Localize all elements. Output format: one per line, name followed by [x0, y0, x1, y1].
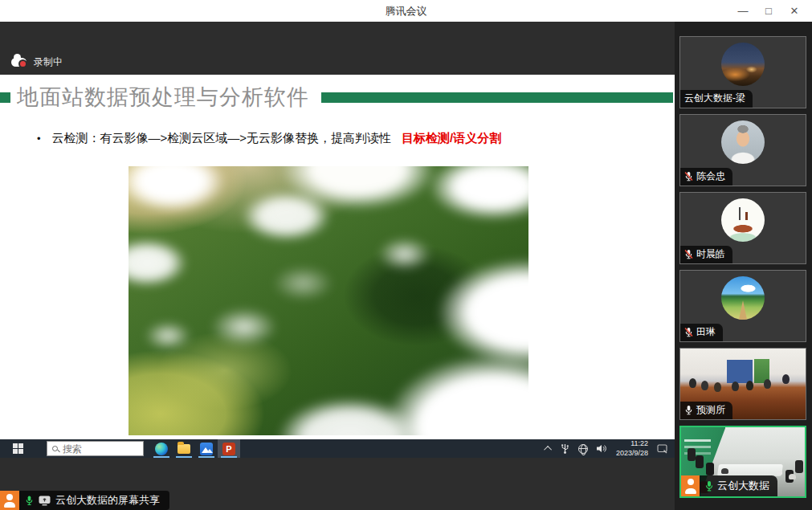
start-button[interactable] — [0, 439, 36, 458]
host-badge-person-icon — [681, 475, 700, 496]
speaker-icon[interactable] — [597, 444, 607, 453]
sharer-badge-person-icon — [0, 491, 19, 510]
language-globe-icon[interactable] — [578, 444, 588, 454]
monitor-tray-icon[interactable] — [657, 444, 668, 454]
participant-name-chip: 田琳 — [680, 324, 723, 341]
tray-date: 2023/9/28 — [616, 449, 648, 458]
avatar-person-photo — [721, 120, 765, 164]
participant-name: 云创大数据 — [717, 479, 769, 493]
folder-icon — [177, 444, 190, 454]
close-button[interactable]: ✕ — [781, 0, 807, 22]
wall-screen-blue — [727, 360, 753, 383]
mic-active-icon — [25, 495, 34, 506]
participant-tile-yunchuang-active[interactable]: 云创大数据 — [679, 426, 806, 498]
meeting-table — [717, 464, 783, 476]
bullet-highlight-text: 目标检测/语义分割 — [402, 131, 501, 146]
file-explorer-button[interactable] — [173, 439, 195, 458]
bullet-text: 云检测：有云影像—>检测云区域—>无云影像替换，提高判读性 — [52, 131, 392, 146]
tray-clock[interactable]: 11:22 2023/9/28 — [616, 439, 648, 458]
edge-app-button[interactable] — [150, 439, 173, 458]
participant-name-chip: 预测所 — [680, 402, 732, 419]
share-banner-text: 云创大数据的屏幕共享 — [55, 493, 160, 508]
participant-name: 预测所 — [696, 403, 725, 417]
avatar-boat-illustration — [721, 198, 765, 242]
bullet-marker: • — [37, 133, 41, 145]
mic-muted-icon — [684, 249, 693, 259]
minimize-button[interactable]: — — [730, 0, 756, 22]
search-icon — [52, 446, 58, 451]
tencent-meeting-window: 腾讯会议 — □ ✕ 录制中 地面站数据预处理与分析软件 • 云检测：有云影像—… — [0, 0, 812, 510]
participant-name: 时晨皓 — [696, 247, 725, 261]
edge-icon — [155, 443, 168, 455]
window-titlebar: 腾讯会议 — □ ✕ — [0, 0, 812, 22]
slide-title-row: 地面站数据预处理与分析软件 — [0, 85, 675, 110]
participant-tile-yunchuang-liang[interactable]: 云创大数据-梁 — [679, 36, 806, 108]
screen-share-icon — [39, 496, 51, 506]
mic-on-icon — [684, 405, 693, 415]
aerial-forest-image — [129, 166, 528, 435]
recording-cloud-icon — [11, 58, 27, 67]
participant-tile-tianlin[interactable]: 田琳 — [679, 270, 806, 342]
active-speaker-label-row: 云创大数据 — [681, 475, 777, 496]
taskbar-search[interactable] — [47, 441, 144, 456]
cloud-layer — [129, 166, 528, 435]
tray-time: 11:22 — [616, 439, 648, 448]
gallery-app-button[interactable] — [195, 439, 218, 458]
windows-taskbar: P 11:22 2023/9/ — [0, 439, 675, 458]
share-banner-chip: 云创大数据的屏幕共享 — [19, 491, 169, 510]
people-silhouettes — [689, 378, 696, 388]
slide-title: 地面站数据预处理与分析软件 — [17, 85, 309, 110]
avatar-city-night — [721, 43, 765, 86]
mic-muted-icon — [684, 171, 693, 182]
mountain-app-icon — [200, 443, 213, 455]
recording-indicator: 录制中 — [11, 55, 63, 69]
powerpoint-icon: P — [222, 443, 235, 455]
green-accent-square — [0, 92, 10, 103]
window-title: 腾讯会议 — [386, 4, 427, 18]
participant-tile-shichenhao[interactable]: 时晨皓 — [679, 192, 806, 264]
usb-icon[interactable] — [561, 443, 569, 454]
taskbar-apps: P — [150, 439, 240, 458]
presentation-slide: 地面站数据预处理与分析软件 • 云检测：有云影像—>检测云区域—>无云影像替换，… — [0, 75, 675, 439]
screen-share-area: 录制中 地面站数据预处理与分析软件 • 云检测：有云影像—>检测云区域—>无云影… — [0, 22, 675, 510]
mic-speaking-icon — [704, 480, 714, 492]
maximize-button[interactable]: □ — [756, 0, 781, 22]
participant-name: 田琳 — [696, 325, 716, 339]
slide-bullet: • 云检测：有云影像—>检测云区域—>无云影像替换，提高判读性 目标检测/语义分… — [37, 131, 501, 146]
participant-name-chip: 云创大数据-梁 — [680, 90, 753, 108]
screen-share-banner: 云创大数据的屏幕共享 — [0, 491, 169, 510]
participant-name-chip: 云创大数据 — [700, 475, 777, 496]
participant-name: 陈会忠 — [696, 169, 725, 183]
windows-logo-icon — [13, 443, 23, 454]
mic-muted-icon — [684, 327, 693, 337]
tray-expand-icon[interactable] — [544, 446, 552, 454]
participant-tile-yuceusuo[interactable]: 预测所 — [679, 348, 806, 420]
participant-name-chip: 时晨皓 — [680, 246, 732, 263]
participant-name-chip: 陈会忠 — [680, 168, 732, 186]
recording-label: 录制中 — [34, 55, 63, 69]
avatar-landscape-photo — [721, 276, 765, 320]
participants-sidebar: 云创大数据-梁 陈会忠 — [675, 22, 812, 510]
search-input[interactable] — [63, 443, 132, 455]
green-accent-bar — [321, 92, 673, 103]
window-controls: — □ ✕ — [730, 0, 807, 22]
participant-name: 云创大数据-梁 — [684, 92, 745, 105]
powerpoint-button[interactable]: P — [218, 439, 240, 458]
participant-tile-chenhuizhong[interactable]: 陈会忠 — [679, 114, 806, 186]
system-tray: 11:22 2023/9/28 — [546, 439, 675, 458]
wall-map-green — [754, 359, 769, 383]
office-chairs — [688, 448, 696, 461]
